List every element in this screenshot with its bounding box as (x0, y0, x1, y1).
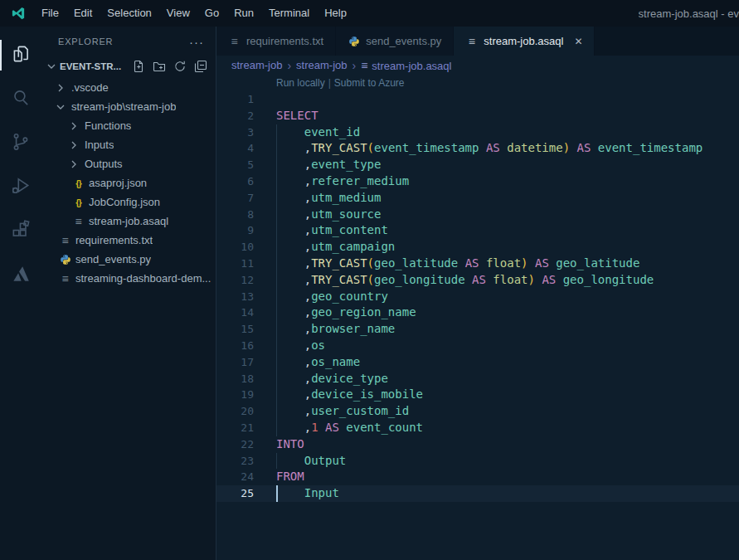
menu-edit[interactable]: Edit (66, 0, 100, 27)
code-line: 9 ,utm_content (216, 222, 739, 239)
tree-item[interactable]: stream-job\stream-job (41, 97, 216, 116)
code-line-text[interactable]: ,browser_name (276, 321, 739, 338)
line-number: 12 (216, 272, 254, 289)
line-number: 18 (216, 371, 254, 387)
breadcrumb-item[interactable]: stream-job (296, 59, 347, 71)
code-line-text[interactable]: ,os_name (276, 354, 739, 371)
file-icon: ≡ (361, 59, 367, 72)
line-number: 9 (216, 222, 254, 239)
code-line-text[interactable]: ,geo_country (276, 289, 739, 305)
code-line: 15 ,browser_name (216, 321, 739, 338)
activity-azure[interactable] (0, 253, 41, 297)
code-line-text[interactable]: ,utm_content (276, 222, 739, 239)
code-line-text[interactable]: ,TRY_CAST(geo_latitude AS float) AS geo_… (276, 256, 739, 272)
line-number: 13 (216, 289, 254, 305)
indent-guide (276, 222, 277, 239)
code-line: 6 ,referer_medium (216, 173, 739, 190)
menu-file[interactable]: File (34, 0, 66, 27)
code-line: 10 ,utm_campaign (216, 239, 739, 256)
activity-search[interactable] (0, 77, 41, 121)
collapse-all-icon[interactable] (194, 60, 207, 73)
menu-terminal[interactable]: Terminal (261, 0, 317, 27)
line-number: 3 (216, 124, 254, 141)
indent-guide (276, 420, 277, 436)
more-actions-icon[interactable]: ··· (189, 35, 204, 49)
line-number: 25 (216, 485, 254, 502)
indent-guide (276, 124, 277, 141)
code-line-text[interactable]: FROM (276, 469, 739, 485)
breadcrumb-item[interactable]: ≡stream-job.asaql (361, 59, 451, 72)
line-number: 1 (216, 91, 254, 108)
code-line-text[interactable]: Input (276, 485, 739, 502)
indent-guide (276, 140, 277, 157)
code-line-text[interactable]: event_id (276, 124, 739, 141)
code-line-text[interactable]: ,event_type (276, 157, 739, 173)
code-line-text[interactable]: ,TRY_CAST(event_timestamp AS datetime) A… (276, 140, 739, 157)
tree-item[interactable]: ≡stream-job.asaql (41, 212, 216, 231)
line-number: 10 (216, 239, 254, 256)
activity-source-control[interactable] (0, 121, 41, 165)
refresh-icon[interactable] (173, 60, 187, 73)
new-file-icon[interactable] (132, 60, 145, 73)
activity-extensions[interactable] (0, 209, 41, 253)
activity-explorer[interactable] (0, 33, 41, 77)
code-line-text[interactable]: ,TRY_CAST(geo_longitude AS float) AS geo… (276, 272, 739, 289)
code-line-text[interactable]: ,user_custom_id (276, 403, 739, 420)
code-line-text[interactable]: ,utm_medium (276, 190, 739, 207)
menu-help[interactable]: Help (317, 0, 354, 27)
code-line-text[interactable]: SELECT (276, 108, 739, 124)
activity-run-debug[interactable] (0, 165, 41, 209)
close-icon[interactable]: ✕ (574, 36, 582, 47)
menu-bar: FileEditSelectionViewGoRunTerminalHelp (34, 0, 354, 27)
tree-item[interactable]: ≡streaming-dashboard-dem... (41, 269, 216, 288)
run-debug-icon (10, 175, 32, 200)
tree-item-label: Functions (85, 119, 131, 132)
tree-item[interactable]: {}asaproj.json (41, 173, 216, 192)
tree-item[interactable]: {}JobConfig.json (41, 192, 216, 212)
code-line-text[interactable]: ,os (276, 338, 739, 354)
code-line-text[interactable]: ,referer_medium (276, 173, 739, 190)
code-line-text[interactable]: ,utm_campaign (276, 239, 739, 256)
submit-to-azure-link[interactable]: Submit to Azure (334, 77, 405, 89)
code-line-text[interactable]: Output (276, 453, 739, 470)
indent-guide (276, 173, 277, 190)
code-line-text[interactable]: ,geo_region_name (276, 304, 739, 321)
code-line-text[interactable]: ,device_type (276, 371, 739, 387)
menu-selection[interactable]: Selection (100, 0, 158, 27)
file-icon: ≡ (59, 272, 71, 285)
tree-item[interactable]: ≡requirements.txt (41, 231, 216, 250)
menu-run[interactable]: Run (226, 0, 261, 27)
tree-item[interactable]: .vscode (41, 78, 216, 97)
tab-stream-job.asaql[interactable]: ≡stream-job.asaql✕ (454, 27, 595, 56)
tree-item[interactable]: Functions (41, 116, 216, 135)
new-folder-icon[interactable] (153, 60, 166, 73)
code-line-text[interactable]: ,device_is_mobile (276, 387, 739, 403)
code-line: 3 event_id (216, 124, 739, 141)
file-icon: ≡ (465, 35, 478, 48)
code-line: 19 ,device_is_mobile (216, 387, 739, 403)
workspace-section-header[interactable]: EVENT-STR... (41, 56, 216, 76)
menu-go[interactable]: Go (197, 0, 226, 27)
indent-guide (276, 403, 277, 420)
tab-send_events.py[interactable]: send_events.py (336, 27, 454, 56)
menu-view[interactable]: View (159, 0, 197, 27)
source-control-icon (10, 131, 32, 156)
tree-item[interactable]: Inputs (41, 135, 216, 154)
tree-item-label: requirements.txt (75, 234, 153, 246)
tab-requirements.txt[interactable]: ≡requirements.txt (216, 27, 336, 56)
code-line-text[interactable]: ,utm_source (276, 207, 739, 223)
tree-item[interactable]: Outputs (41, 154, 216, 173)
run-locally-link[interactable]: Run locally (276, 77, 325, 89)
breadcrumb-item[interactable]: stream-job (231, 59, 282, 71)
code-line-text[interactable]: INTO (276, 436, 739, 453)
code-editor[interactable]: Run locally|Submit to Azure 12SELECT3 ev… (216, 75, 739, 560)
chevron-right-icon (67, 139, 80, 152)
code-line: 11 ,TRY_CAST(geo_latitude AS float) AS g… (216, 256, 739, 272)
line-number: 16 (216, 338, 254, 354)
code-line-text[interactable]: ,1 AS event_count (276, 420, 739, 436)
search-icon (10, 87, 32, 112)
json-icon: {} (72, 197, 85, 207)
tree-item[interactable]: send_events.py (41, 250, 216, 269)
line-number: 23 (216, 453, 254, 470)
code-line-text[interactable] (276, 91, 739, 108)
